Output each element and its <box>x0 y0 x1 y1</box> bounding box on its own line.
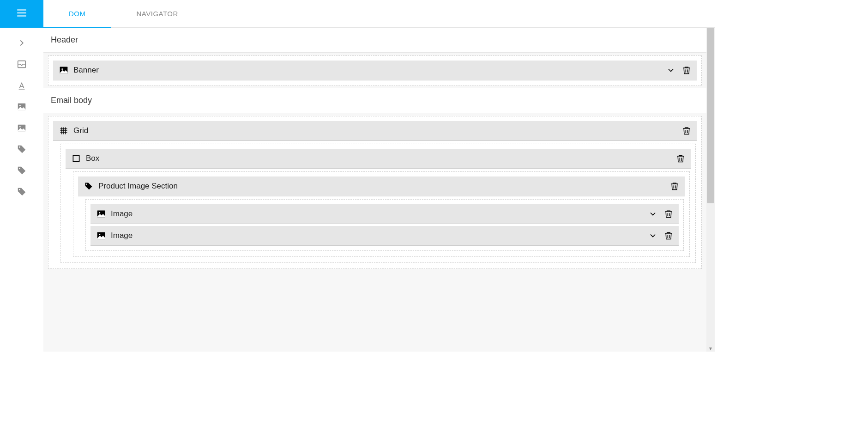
tag-icon <box>84 181 94 191</box>
chevron-right-icon[interactable] <box>16 37 28 49</box>
pis-children[interactable]: Image <box>85 199 684 251</box>
tab-dom[interactable]: DOM <box>43 0 111 27</box>
section-header-title: Header <box>43 28 706 53</box>
tab-navigator[interactable]: NAVIGATOR <box>111 0 204 27</box>
tabs: DOM NAVIGATOR <box>43 0 715 27</box>
node-grid-actions <box>682 126 691 135</box>
svg-point-13 <box>61 68 63 70</box>
scroll-down-icon[interactable]: ▼ <box>706 345 715 352</box>
node-box-actions <box>676 154 685 163</box>
svg-point-9 <box>19 146 20 148</box>
node-image-1-actions <box>648 209 673 219</box>
content: Header Banner <box>43 28 706 352</box>
tag-icon-2[interactable] <box>16 164 28 176</box>
topbar: DOM NAVIGATOR <box>0 0 715 28</box>
main: Header Banner <box>0 28 715 352</box>
grid-children[interactable]: Box Product Image Section <box>60 144 696 263</box>
delete-button[interactable] <box>664 209 673 219</box>
image-icon <box>59 65 69 75</box>
node-box-label: Box <box>86 154 676 163</box>
node-image-2-label: Image <box>111 231 648 240</box>
expand-toggle[interactable] <box>666 66 675 75</box>
section-emailbody-title: Email body <box>43 88 706 113</box>
inbox-icon[interactable] <box>16 58 28 70</box>
expand-toggle[interactable] <box>648 209 657 219</box>
emailbody-drop-zone[interactable]: Grid Box <box>48 116 702 269</box>
node-image-1[interactable]: Image <box>90 204 679 224</box>
menu-button[interactable] <box>0 0 43 28</box>
node-banner[interactable]: Banner <box>53 61 697 80</box>
svg-point-10 <box>19 168 20 169</box>
node-product-image-section-label: Product Image Section <box>98 182 670 191</box>
node-image-2[interactable]: Image <box>90 226 679 246</box>
svg-rect-24 <box>73 155 79 161</box>
svg-point-11 <box>19 189 20 190</box>
box-icon <box>71 153 81 164</box>
delete-button[interactable] <box>664 231 673 240</box>
svg-point-35 <box>99 234 100 235</box>
tag-icon-3[interactable] <box>16 186 28 198</box>
delete-button[interactable] <box>676 154 685 163</box>
grid-icon <box>59 126 69 136</box>
svg-point-6 <box>19 105 21 106</box>
expand-toggle[interactable] <box>648 231 657 240</box>
node-product-image-section[interactable]: Product Image Section <box>78 176 685 196</box>
content-wrap: Header Banner <box>43 28 715 352</box>
node-image-1-label: Image <box>111 209 648 219</box>
image-icon-2[interactable] <box>16 122 28 134</box>
node-grid[interactable]: Grid <box>53 121 697 141</box>
image-icon[interactable] <box>16 101 28 113</box>
svg-point-8 <box>19 126 21 128</box>
tag-icon[interactable] <box>16 143 28 155</box>
header-drop-zone[interactable]: Banner <box>48 55 702 85</box>
node-grid-label: Grid <box>73 126 682 135</box>
left-rail <box>0 28 43 352</box>
box-children[interactable]: Product Image Section <box>73 171 690 257</box>
scrollbar[interactable]: ▲ ▼ <box>706 28 715 352</box>
node-image-2-actions <box>648 231 673 240</box>
svg-rect-4 <box>19 89 25 89</box>
tab-dom-label: DOM <box>69 10 86 18</box>
delete-button[interactable] <box>682 126 691 135</box>
image-icon <box>96 231 106 241</box>
delete-button[interactable] <box>670 182 679 191</box>
scroll-thumb[interactable] <box>707 28 714 203</box>
image-icon <box>96 209 106 219</box>
node-box[interactable]: Box <box>66 149 691 169</box>
node-banner-actions <box>666 66 691 75</box>
hamburger-icon <box>16 7 28 21</box>
svg-point-27 <box>86 184 88 185</box>
tab-navigator-label: NAVIGATOR <box>137 10 178 18</box>
node-banner-label: Banner <box>73 66 666 75</box>
svg-point-31 <box>99 212 100 213</box>
node-pis-actions <box>670 182 679 191</box>
text-format-icon[interactable] <box>16 79 28 91</box>
delete-button[interactable] <box>682 66 691 75</box>
